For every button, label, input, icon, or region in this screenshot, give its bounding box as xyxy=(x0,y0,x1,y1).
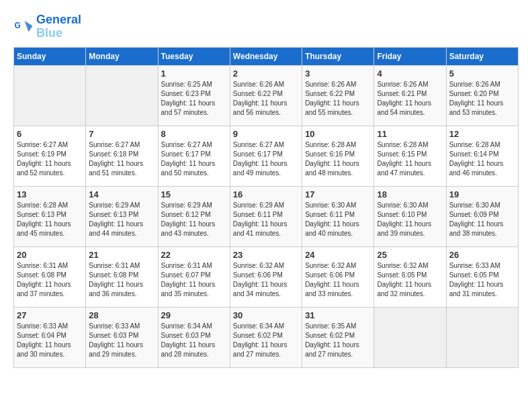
day-sun-info: Sunrise: 6:31 AMSunset: 6:07 PMDaylight:… xyxy=(161,261,227,299)
calendar-week-5: 27Sunrise: 6:33 AMSunset: 6:04 PMDayligh… xyxy=(14,307,519,367)
logo-text: GeneralBlue xyxy=(36,13,81,40)
day-sun-info: Sunrise: 6:29 AMSunset: 6:11 PMDaylight:… xyxy=(233,201,299,238)
day-number: 20 xyxy=(17,250,83,260)
day-sun-info: Sunrise: 6:31 AMSunset: 6:08 PMDaylight:… xyxy=(89,261,154,299)
calendar-cell xyxy=(14,65,86,126)
day-sun-info: Sunrise: 6:28 AMSunset: 6:15 PMDaylight:… xyxy=(377,140,443,178)
day-number: 10 xyxy=(305,129,371,139)
day-header-saturday: Saturday xyxy=(446,47,518,65)
day-sun-info: Sunrise: 6:27 AMSunset: 6:18 PMDaylight:… xyxy=(89,140,154,178)
day-header-friday: Friday xyxy=(374,47,446,65)
calendar-cell: 25Sunrise: 6:32 AMSunset: 6:05 PMDayligh… xyxy=(374,246,446,307)
day-sun-info: Sunrise: 6:28 AMSunset: 6:16 PMDaylight:… xyxy=(305,140,371,178)
day-header-wednesday: Wednesday xyxy=(230,47,302,65)
calendar-week-2: 6Sunrise: 6:27 AMSunset: 6:19 PMDaylight… xyxy=(14,126,519,186)
calendar-cell: 31Sunrise: 6:35 AMSunset: 6:02 PMDayligh… xyxy=(302,307,374,367)
calendar-cell: 6Sunrise: 6:27 AMSunset: 6:19 PMDaylight… xyxy=(14,126,86,186)
day-sun-info: Sunrise: 6:30 AMSunset: 6:11 PMDaylight:… xyxy=(305,201,371,238)
day-number: 31 xyxy=(305,310,371,320)
day-sun-info: Sunrise: 6:31 AMSunset: 6:08 PMDaylight:… xyxy=(17,261,83,299)
day-number: 29 xyxy=(161,310,227,320)
svg-marker-1 xyxy=(25,21,33,32)
day-number: 28 xyxy=(89,310,154,320)
day-sun-info: Sunrise: 6:25 AMSunset: 6:23 PMDaylight:… xyxy=(161,80,227,118)
day-sun-info: Sunrise: 6:29 AMSunset: 6:12 PMDaylight:… xyxy=(161,201,227,238)
day-sun-info: Sunrise: 6:29 AMSunset: 6:13 PMDaylight:… xyxy=(89,201,154,238)
day-number: 30 xyxy=(233,310,299,320)
day-header-sunday: Sunday xyxy=(14,47,86,65)
day-sun-info: Sunrise: 6:28 AMSunset: 6:14 PMDaylight:… xyxy=(449,140,515,178)
day-sun-info: Sunrise: 6:35 AMSunset: 6:02 PMDaylight:… xyxy=(305,322,371,359)
calendar-cell: 2Sunrise: 6:26 AMSunset: 6:22 PMDaylight… xyxy=(230,65,302,126)
day-number: 23 xyxy=(233,250,299,260)
day-number: 14 xyxy=(89,189,154,199)
day-number: 6 xyxy=(17,129,83,139)
calendar-week-1: 1Sunrise: 6:25 AMSunset: 6:23 PMDaylight… xyxy=(14,65,519,126)
calendar-cell: 17Sunrise: 6:30 AMSunset: 6:11 PMDayligh… xyxy=(302,186,374,246)
calendar-cell: 23Sunrise: 6:32 AMSunset: 6:06 PMDayligh… xyxy=(230,246,302,307)
day-sun-info: Sunrise: 6:33 AMSunset: 6:03 PMDaylight:… xyxy=(89,322,154,359)
day-sun-info: Sunrise: 6:27 AMSunset: 6:17 PMDaylight:… xyxy=(233,140,299,178)
svg-text:G: G xyxy=(15,20,21,30)
calendar-cell: 29Sunrise: 6:34 AMSunset: 6:03 PMDayligh… xyxy=(158,307,230,367)
day-number: 9 xyxy=(233,129,299,139)
calendar-cell: 7Sunrise: 6:27 AMSunset: 6:18 PMDaylight… xyxy=(86,126,158,186)
day-number: 12 xyxy=(449,129,515,139)
calendar-cell: 27Sunrise: 6:33 AMSunset: 6:04 PMDayligh… xyxy=(14,307,86,367)
logo: G GeneralBlue xyxy=(13,13,81,40)
day-header-tuesday: Tuesday xyxy=(158,47,230,65)
day-number: 19 xyxy=(449,189,515,199)
calendar-cell: 19Sunrise: 6:30 AMSunset: 6:09 PMDayligh… xyxy=(446,186,518,246)
calendar-cell: 28Sunrise: 6:33 AMSunset: 6:03 PMDayligh… xyxy=(86,307,158,367)
day-number: 5 xyxy=(449,68,515,79)
day-sun-info: Sunrise: 6:30 AMSunset: 6:09 PMDaylight:… xyxy=(449,201,515,238)
calendar-week-4: 20Sunrise: 6:31 AMSunset: 6:08 PMDayligh… xyxy=(14,246,519,307)
calendar-cell: 26Sunrise: 6:33 AMSunset: 6:05 PMDayligh… xyxy=(446,246,518,307)
calendar-cell: 20Sunrise: 6:31 AMSunset: 6:08 PMDayligh… xyxy=(14,246,86,307)
day-sun-info: Sunrise: 6:30 AMSunset: 6:10 PMDaylight:… xyxy=(377,201,443,238)
calendar-cell: 9Sunrise: 6:27 AMSunset: 6:17 PMDaylight… xyxy=(230,126,302,186)
calendar-cell: 18Sunrise: 6:30 AMSunset: 6:10 PMDayligh… xyxy=(374,186,446,246)
day-number: 21 xyxy=(89,250,154,260)
day-sun-info: Sunrise: 6:33 AMSunset: 6:05 PMDaylight:… xyxy=(449,261,515,299)
calendar-cell: 22Sunrise: 6:31 AMSunset: 6:07 PMDayligh… xyxy=(158,246,230,307)
day-number: 27 xyxy=(17,310,83,320)
calendar-cell: 14Sunrise: 6:29 AMSunset: 6:13 PMDayligh… xyxy=(86,186,158,246)
day-number: 7 xyxy=(89,129,154,139)
day-number: 3 xyxy=(305,68,371,79)
day-sun-info: Sunrise: 6:33 AMSunset: 6:04 PMDaylight:… xyxy=(17,322,83,359)
calendar-cell: 4Sunrise: 6:26 AMSunset: 6:21 PMDaylight… xyxy=(374,65,446,126)
day-sun-info: Sunrise: 6:28 AMSunset: 6:13 PMDaylight:… xyxy=(17,201,83,238)
day-number: 15 xyxy=(161,189,227,199)
day-number: 16 xyxy=(233,189,299,199)
day-number: 24 xyxy=(305,250,371,260)
day-number: 25 xyxy=(377,250,443,260)
calendar-cell xyxy=(86,65,158,126)
calendar-cell: 8Sunrise: 6:27 AMSunset: 6:17 PMDaylight… xyxy=(158,126,230,186)
day-sun-info: Sunrise: 6:32 AMSunset: 6:06 PMDaylight:… xyxy=(305,261,371,299)
calendar-cell: 5Sunrise: 6:26 AMSunset: 6:20 PMDaylight… xyxy=(446,65,518,126)
day-number: 8 xyxy=(161,129,227,139)
calendar-cell: 15Sunrise: 6:29 AMSunset: 6:12 PMDayligh… xyxy=(158,186,230,246)
day-sun-info: Sunrise: 6:26 AMSunset: 6:21 PMDaylight:… xyxy=(377,80,443,118)
calendar-week-3: 13Sunrise: 6:28 AMSunset: 6:13 PMDayligh… xyxy=(14,186,519,246)
day-sun-info: Sunrise: 6:34 AMSunset: 6:03 PMDaylight:… xyxy=(161,322,227,359)
day-number: 18 xyxy=(377,189,443,199)
day-sun-info: Sunrise: 6:26 AMSunset: 6:22 PMDaylight:… xyxy=(305,80,371,118)
calendar-cell: 12Sunrise: 6:28 AMSunset: 6:14 PMDayligh… xyxy=(446,126,518,186)
day-sun-info: Sunrise: 6:27 AMSunset: 6:19 PMDaylight:… xyxy=(17,140,83,178)
calendar-cell: 11Sunrise: 6:28 AMSunset: 6:15 PMDayligh… xyxy=(374,126,446,186)
day-sun-info: Sunrise: 6:32 AMSunset: 6:05 PMDaylight:… xyxy=(377,261,443,299)
calendar-table: SundayMondayTuesdayWednesdayThursdayFrid… xyxy=(13,47,519,368)
calendar-cell: 10Sunrise: 6:28 AMSunset: 6:16 PMDayligh… xyxy=(302,126,374,186)
calendar-cell: 21Sunrise: 6:31 AMSunset: 6:08 PMDayligh… xyxy=(86,246,158,307)
calendar-cell: 13Sunrise: 6:28 AMSunset: 6:13 PMDayligh… xyxy=(14,186,86,246)
day-header-monday: Monday xyxy=(86,47,158,65)
day-sun-info: Sunrise: 6:26 AMSunset: 6:22 PMDaylight:… xyxy=(233,80,299,118)
day-number: 2 xyxy=(233,68,299,79)
day-number: 11 xyxy=(377,129,443,139)
day-header-thursday: Thursday xyxy=(302,47,374,65)
calendar-cell: 24Sunrise: 6:32 AMSunset: 6:06 PMDayligh… xyxy=(302,246,374,307)
day-number: 22 xyxy=(161,250,227,260)
page-header: G GeneralBlue xyxy=(13,13,519,40)
